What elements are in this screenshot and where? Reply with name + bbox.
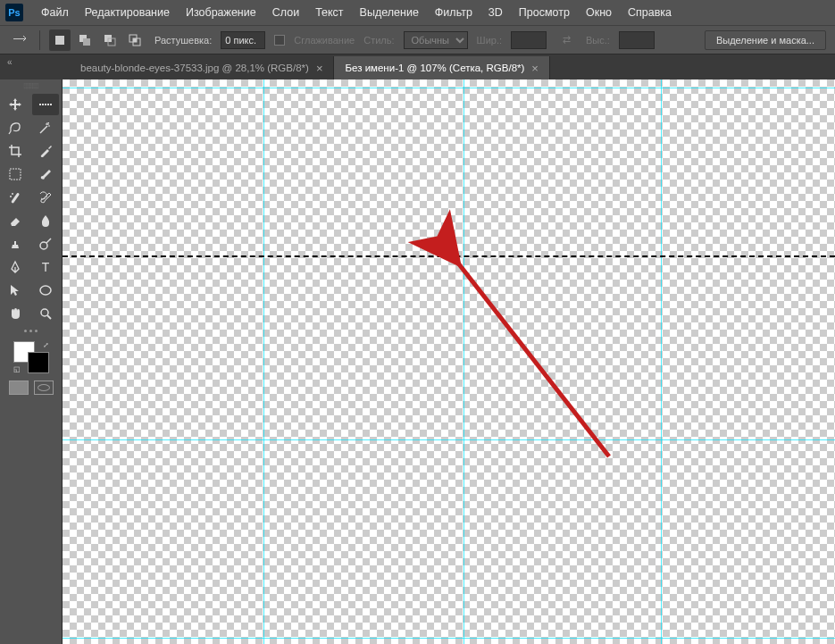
menu-select[interactable]: Выделение: [353, 3, 426, 22]
selection-new-icon[interactable]: [49, 29, 71, 51]
zoom-tool-icon[interactable]: [32, 303, 59, 324]
eraser-tool-icon[interactable]: [2, 210, 29, 231]
tab-title: beauty-blonde-eyes-37533.jpg @ 28,1% (RG…: [80, 63, 309, 73]
eyedropper-tool-icon[interactable]: [32, 140, 59, 162]
menu-layers[interactable]: Слои: [265, 3, 306, 22]
expand-panels-icon[interactable]: «: [7, 57, 13, 67]
feather-label: Растушевка:: [154, 35, 212, 46]
brush-tool-icon[interactable]: [32, 163, 59, 185]
quick-mask-mode-icon[interactable]: [34, 381, 54, 395]
menu-bar: Ps Файл Редактирование Изображение Слои …: [0, 0, 835, 25]
close-icon[interactable]: ×: [316, 62, 323, 75]
svg-point-12: [12, 193, 13, 195]
tool-preset-icon[interactable]: [9, 29, 30, 51]
svg-point-17: [40, 286, 51, 295]
height-input: [619, 31, 655, 49]
menu-3d[interactable]: 3D: [481, 3, 510, 22]
move-tool-icon[interactable]: [2, 94, 29, 115]
background-color-swatch[interactable]: [28, 352, 49, 373]
guide-vertical[interactable]: [661, 79, 662, 644]
guide-vertical[interactable]: [463, 79, 464, 644]
separator: [39, 30, 40, 50]
menu-window[interactable]: Окно: [579, 3, 619, 22]
app-logo-icon: Ps: [5, 4, 23, 21]
svg-rect-10: [10, 169, 21, 180]
single-row-selection: [63, 255, 835, 257]
svg-rect-8: [133, 38, 137, 42]
toolbox-more-icon[interactable]: [2, 324, 60, 338]
main-area: T ⤢ ◱: [0, 79, 835, 644]
svg-point-18: [41, 309, 48, 316]
close-icon[interactable]: ×: [531, 62, 539, 75]
menu-image[interactable]: Изображение: [179, 3, 263, 22]
feather-input[interactable]: [221, 31, 265, 49]
shape-tool-icon[interactable]: [32, 280, 59, 301]
antialias-checkbox: [274, 35, 285, 46]
crop-tool-icon[interactable]: [2, 140, 29, 162]
height-label: Выс.:: [586, 35, 610, 46]
antialias-label: Сглаживание: [294, 35, 355, 46]
document-tab-bar: « beauty-blonde-eyes-37533.jpg @ 28,1% (…: [0, 54, 835, 79]
style-label: Стиль:: [363, 35, 394, 46]
svg-point-14: [40, 242, 47, 249]
swap-dimensions-icon: ⇄: [555, 29, 577, 51]
menu-filter[interactable]: Фильтр: [428, 3, 480, 22]
swap-colors-icon[interactable]: ⤢: [43, 341, 49, 349]
pen-tool-icon[interactable]: [2, 256, 29, 278]
canvas-area[interactable]: [63, 79, 835, 644]
lasso-tool-icon[interactable]: [2, 117, 29, 138]
svg-point-13: [10, 196, 12, 197]
width-input: [511, 31, 547, 49]
blur-tool-icon[interactable]: [32, 210, 59, 231]
default-colors-icon[interactable]: ◱: [13, 365, 21, 373]
tab-title: Без имени-1 @ 107% (Сетка, RGB/8*): [345, 63, 524, 73]
single-row-marquee-tool-icon[interactable]: [32, 94, 59, 115]
guide-vertical[interactable]: [263, 79, 264, 644]
menu-text[interactable]: Текст: [308, 3, 350, 22]
options-bar: Растушевка: Сглаживание Стиль: Обычный Ш…: [0, 25, 835, 54]
magic-wand-tool-icon[interactable]: [32, 117, 59, 138]
frame-tool-icon[interactable]: [2, 163, 29, 185]
guide-horizontal[interactable]: [63, 439, 835, 440]
spot-healing-tool-icon[interactable]: [2, 187, 29, 208]
selection-add-icon[interactable]: [74, 29, 96, 51]
path-selection-tool-icon[interactable]: [2, 280, 29, 301]
panel-grip-icon[interactable]: [2, 83, 60, 90]
style-select[interactable]: Обычный: [404, 31, 468, 49]
select-and-mask-button[interactable]: Выделение и маска...: [705, 30, 826, 50]
selection-subtract-icon[interactable]: [99, 29, 121, 51]
svg-rect-1: [55, 36, 64, 45]
color-swatches[interactable]: ⤢ ◱: [13, 341, 49, 373]
type-tool-icon[interactable]: T: [32, 256, 59, 278]
menu-file[interactable]: Файл: [34, 3, 76, 22]
selection-mode-group: [49, 29, 146, 51]
clone-stamp-tool-icon[interactable]: [2, 233, 29, 255]
toolbox: T ⤢ ◱: [0, 79, 63, 644]
menu-view[interactable]: Просмотр: [512, 3, 577, 22]
document-tab[interactable]: Без имени-1 @ 107% (Сетка, RGB/8*) ×: [334, 56, 549, 79]
guide-horizontal[interactable]: [63, 638, 835, 639]
hand-tool-icon[interactable]: [2, 303, 29, 324]
menu-help[interactable]: Справка: [621, 3, 679, 22]
dodge-tool-icon[interactable]: [32, 233, 59, 255]
history-brush-tool-icon[interactable]: [32, 187, 59, 208]
svg-text:T: T: [41, 260, 49, 274]
document-canvas[interactable]: [63, 79, 835, 644]
selection-intersect-icon[interactable]: [124, 29, 146, 51]
menu-edit[interactable]: Редактирование: [78, 3, 177, 22]
svg-line-19: [47, 315, 51, 319]
guide-horizontal[interactable]: [63, 88, 835, 88]
standard-mode-icon[interactable]: [9, 381, 29, 395]
document-tab[interactable]: beauty-blonde-eyes-37533.jpg @ 28,1% (RG…: [70, 56, 334, 79]
svg-line-15: [46, 238, 51, 243]
width-label: Шир.:: [477, 35, 502, 46]
svg-rect-0: [13, 38, 26, 39]
svg-rect-3: [83, 38, 90, 46]
